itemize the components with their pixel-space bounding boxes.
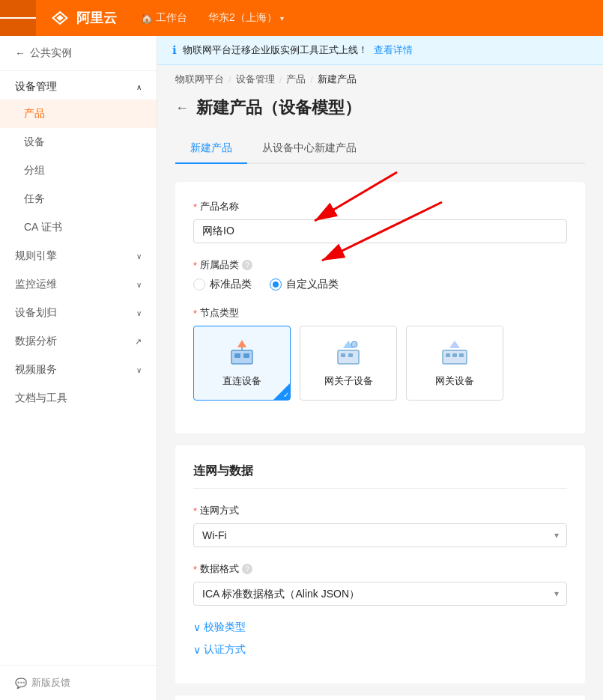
page-title: ← 新建产品（设备模型）	[175, 91, 585, 119]
breadcrumb-device-mgmt[interactable]: 设备管理	[236, 73, 275, 86]
gateway-sub-icon	[333, 338, 363, 368]
info-banner: ℹ 物联网平台迁移企业版实例工具正式上线！ 查看详情	[157, 36, 603, 65]
info-icon: ℹ	[172, 43, 177, 57]
category-label: * 所属品类 ?	[193, 258, 567, 272]
product-name-group: * 产品名称	[193, 200, 567, 243]
breadcrumb-iot[interactable]: 物联网平台	[175, 73, 224, 86]
chevron-down-icon: ▾	[280, 14, 284, 22]
node-card-gateway-sub[interactable]: 网关子设备	[300, 326, 397, 401]
node-type-cards: 直连设备 ✓	[193, 326, 567, 401]
data-format-select[interactable]: ICA 标准数据格式（Alink JSON） 透传/自定义	[193, 582, 567, 606]
form-section: * 产品名称 * 所属品类 ? 标准品类	[175, 182, 585, 433]
chevron-down-icon: ∨	[193, 644, 201, 656]
node-card-direct[interactable]: 直连设备 ✓	[193, 326, 291, 401]
connectivity-section: 连网与数据 * 连网方式 Wi-Fi 以太网 2G/3G/4G/5G LoRaW…	[175, 445, 585, 684]
feedback-icon: 💬	[15, 678, 27, 689]
product-name-input[interactable]	[193, 219, 567, 243]
sidebar-item-task[interactable]: 任务	[0, 185, 157, 213]
sidebar-back-button[interactable]: ← 公共实例	[0, 36, 157, 71]
network-type-group: * 连网方式 Wi-Fi 以太网 2G/3G/4G/5G LoRaWAN 其他 …	[193, 504, 567, 547]
tabs: 新建产品 从设备中心新建产品	[175, 134, 585, 164]
sidebar-item-ca[interactable]: CA 证书	[0, 213, 157, 242]
svg-rect-13	[459, 353, 464, 357]
network-type-label: * 连网方式	[193, 504, 567, 517]
direct-device-label: 直连设备	[222, 374, 261, 388]
verify-type-link[interactable]: ∨ 校验类型	[193, 621, 567, 634]
chevron-down-icon: ∨	[136, 252, 142, 261]
sidebar-item-product[interactable]: 产品	[0, 100, 157, 128]
content-area: ℹ 物联网平台迁移企业版实例工具正式上线！ 查看详情 物联网平台 / 设备管理 …	[157, 36, 603, 700]
info-banner-link[interactable]: 查看详情	[374, 43, 413, 57]
data-format-select-wrapper: ICA 标准数据格式（Alink JSON） 透传/自定义 ▾	[193, 582, 567, 606]
svg-point-9	[351, 341, 357, 347]
gateway-icon	[440, 338, 470, 368]
auth-method-link[interactable]: ∨ 认证方式	[193, 643, 567, 657]
node-card-gateway[interactable]: 网关设备	[406, 326, 503, 401]
direct-device-icon	[227, 338, 257, 368]
data-format-label: * 数据格式 ?	[193, 562, 567, 576]
tab-device-center[interactable]: 从设备中心新建产品	[247, 134, 372, 164]
chevron-up-icon: ∧	[136, 83, 142, 91]
category-group: * 所属品类 ? 标准品类 自定义品类	[193, 258, 567, 291]
sidebar-item-group[interactable]: 分组	[0, 156, 157, 185]
chevron-down-icon: ∨	[193, 621, 201, 633]
product-name-label: * 产品名称	[193, 200, 567, 213]
category-help-icon[interactable]: ?	[242, 260, 252, 270]
region-selector[interactable]: 华东2（上海） ▾	[199, 11, 293, 25]
left-arrow-icon: ←	[15, 47, 25, 59]
breadcrumb: 物联网平台 / 设备管理 / 产品 / 新建产品	[157, 65, 603, 91]
gateway-sub-label: 网关子设备	[324, 374, 373, 388]
network-select[interactable]: Wi-Fi 以太网 2G/3G/4G/5G LoRaWAN 其他	[193, 523, 567, 547]
node-type-label: * 节点类型	[193, 306, 567, 320]
radio-custom-category[interactable]: 自定义品类	[270, 278, 339, 291]
svg-rect-6	[341, 353, 345, 357]
data-format-help-icon[interactable]: ?	[242, 564, 252, 574]
logo: 阿里云	[36, 9, 129, 27]
chevron-down-icon: ∨	[136, 366, 142, 374]
sidebar-item-device[interactable]: 设备	[0, 128, 157, 156]
svg-marker-3	[237, 340, 246, 347]
data-format-group: * 数据格式 ? ICA 标准数据格式（Alink JSON） 透传/自定义 ▾	[193, 562, 567, 606]
network-select-wrapper: Wi-Fi 以太网 2G/3G/4G/5G LoRaWAN 其他 ▾	[193, 523, 567, 547]
svg-rect-12	[452, 353, 457, 357]
tab-new-product[interactable]: 新建产品	[175, 134, 247, 164]
svg-rect-1	[234, 353, 240, 358]
radio-standard-category[interactable]: 标准品类	[193, 278, 252, 291]
category-radio-group: 标准品类 自定义品类	[193, 278, 567, 291]
svg-rect-5	[338, 350, 359, 364]
breadcrumb-current: 新建产品	[318, 73, 357, 86]
top-navigation: 阿里云 🏠 工作台 华东2（上海） ▾	[0, 0, 603, 36]
sidebar-item-rules[interactable]: 规则引擎 ∨	[0, 242, 157, 270]
chevron-down-icon: ∨	[136, 309, 142, 317]
svg-rect-11	[446, 353, 450, 357]
check-mark-icon: ✓	[283, 391, 289, 399]
feedback-button[interactable]: 💬 新版反馈	[0, 665, 157, 700]
sidebar-item-data-analysis[interactable]: 数据分析 ↗	[0, 327, 157, 356]
node-type-group: * 节点类型	[193, 306, 567, 401]
sidebar-section-device-mgmt[interactable]: 设备管理 ∧	[0, 71, 157, 100]
svg-marker-14	[449, 341, 460, 348]
page-back-arrow[interactable]: ←	[175, 100, 189, 116]
page-content: ← 新建产品（设备模型） 新建产品 从设备中心新建产品 * 产品名称	[157, 91, 603, 700]
gateway-label: 网关设备	[435, 374, 474, 388]
connectivity-title: 连网与数据	[193, 463, 567, 489]
breadcrumb-product[interactable]: 产品	[286, 73, 306, 86]
external-link-icon: ↗	[135, 337, 142, 347]
sidebar-item-docs[interactable]: 文档与工具	[0, 384, 157, 413]
more-info-section: 更多信息 ∨ 产品描述	[175, 696, 585, 700]
hamburger-menu[interactable]	[0, 0, 36, 36]
svg-rect-7	[348, 353, 353, 357]
sidebar: ← 公共实例 设备管理 ∧ 产品 设备 分组 任务 CA 证书 规则引擎 ∨ 监…	[0, 36, 157, 700]
sidebar-item-monitor[interactable]: 监控运维 ∨	[0, 270, 157, 299]
sidebar-item-device-assign[interactable]: 设备划归 ∨	[0, 299, 157, 327]
svg-rect-2	[243, 353, 249, 358]
workbench-link[interactable]: 🏠 工作台	[129, 11, 199, 25]
chevron-down-icon: ∨	[136, 281, 142, 289]
sidebar-item-video[interactable]: 视频服务 ∨	[0, 356, 157, 384]
